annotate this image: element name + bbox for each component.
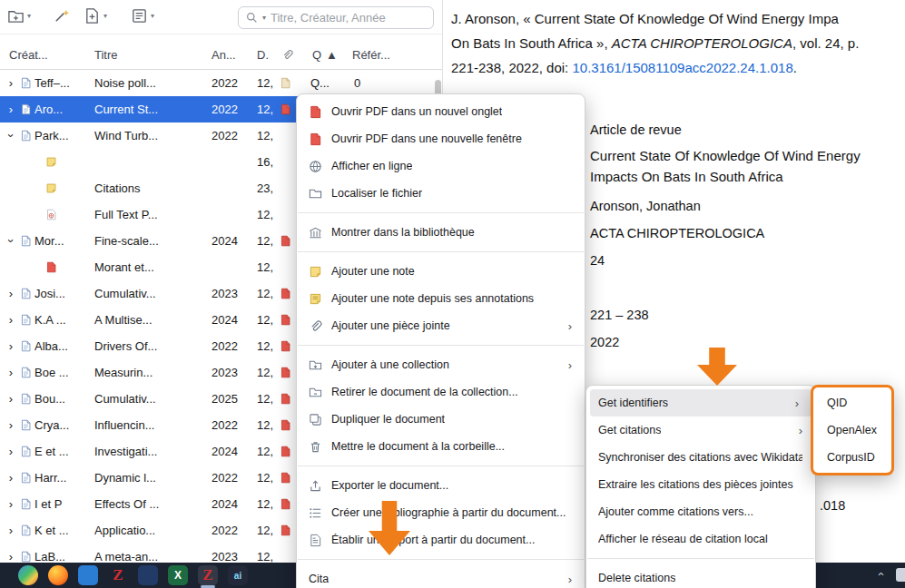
row-year: 2023 bbox=[211, 280, 252, 307]
row-qid: Q... bbox=[310, 70, 350, 96]
menu-item[interactable]: QID bbox=[813, 389, 891, 416]
menu-item[interactable]: Afficher le réseau de citation local bbox=[586, 525, 815, 553]
menu-item[interactable]: Montrer dans la bibliothèque bbox=[297, 219, 585, 246]
field-date[interactable]: 2022 bbox=[590, 335, 619, 349]
column-header-qid[interactable]: Q bbox=[312, 48, 321, 62]
taskbar-icon-firefox[interactable] bbox=[48, 565, 68, 585]
row-title: Citations bbox=[94, 175, 210, 201]
report-icon bbox=[309, 533, 323, 547]
column-header-year[interactable]: An... bbox=[211, 48, 236, 62]
menu-item[interactable]: Ouvrir PDF dans une nouvelle fenêtre bbox=[297, 125, 585, 152]
menu-item[interactable]: Cita› bbox=[297, 565, 585, 588]
menu-item[interactable]: Localiser le fichier bbox=[297, 180, 585, 207]
menu-item[interactable]: Ouvrir PDF dans un nouvel onglet bbox=[297, 98, 585, 125]
search-box[interactable]: ▾ bbox=[238, 6, 434, 29]
taskbar-icon-zotero-active[interactable]: Z bbox=[198, 565, 218, 585]
field-publication[interactable]: ACTA CHIROPTEROLOGICA bbox=[590, 226, 764, 240]
row-year: 2024 bbox=[211, 307, 252, 333]
menu-item[interactable]: Delete citations bbox=[586, 564, 815, 588]
taskbar-overflow-chevron-icon[interactable]: › bbox=[872, 572, 886, 575]
field-author[interactable]: Aronson, Jonathan bbox=[590, 199, 701, 213]
twisty-icon[interactable]: › bbox=[5, 307, 16, 333]
twisty-icon[interactable]: › bbox=[5, 70, 16, 96]
taskbar-icon-ai-app[interactable]: ai bbox=[228, 565, 248, 585]
row-year: 2022 bbox=[211, 333, 252, 359]
menu-item[interactable]: Get citations› bbox=[586, 416, 815, 444]
field-volume[interactable]: 24 bbox=[590, 253, 605, 268]
twisty-icon[interactable]: › bbox=[5, 96, 16, 122]
add-by-identifier-button[interactable] bbox=[53, 7, 70, 24]
menu-item[interactable]: Retirer le document de la collection... bbox=[297, 378, 585, 406]
menu-item-label: CorpusID bbox=[827, 451, 875, 464]
twisty-icon[interactable]: › bbox=[5, 412, 16, 438]
search-input[interactable] bbox=[271, 11, 426, 24]
menu-item[interactable]: Get identifiers› bbox=[590, 389, 812, 416]
new-collection-button[interactable]: ▾ bbox=[7, 7, 31, 24]
menu-item-label: Exporter le document... bbox=[331, 479, 448, 492]
twisty-icon[interactable]: › bbox=[5, 544, 16, 563]
field-pages[interactable]: 221 – 238 bbox=[590, 308, 649, 322]
twisty-icon[interactable]: › bbox=[5, 465, 16, 491]
citation-line-1: J. Aronson, « Current State Of Knowledge… bbox=[451, 11, 839, 26]
field-doi-partial[interactable]: .018 bbox=[820, 498, 845, 513]
field-title[interactable]: Current State Of Knowledge Of Wind Energ… bbox=[590, 145, 891, 187]
citation-line-3-end: . bbox=[793, 60, 797, 75]
row-title: Investigati... bbox=[94, 438, 210, 465]
doi-link[interactable]: 10.3161/15081109acc2022.24.1.018 bbox=[572, 60, 792, 75]
twisty-icon[interactable]: › bbox=[5, 491, 16, 517]
menu-item[interactable]: Ajouter une note bbox=[297, 258, 585, 285]
doc-icon bbox=[20, 471, 33, 485]
menu-item[interactable]: Ajouter une note depuis ses annotations bbox=[297, 285, 585, 312]
row-creator: Crya... bbox=[34, 412, 93, 438]
column-header-creator[interactable]: Créat... bbox=[9, 48, 48, 62]
table-header: Créat... Titre An... D. Q ▲ Référ... bbox=[0, 34, 442, 70]
table-row[interactable]: ›Teff–...Noise poll...202212,Q...0 bbox=[0, 70, 442, 96]
menu-item[interactable]: Exporter le document... bbox=[297, 472, 585, 499]
new-note-button[interactable]: ▾ bbox=[131, 7, 154, 24]
twisty-icon[interactable]: › bbox=[5, 333, 16, 359]
taskbar-icon-zotero[interactable]: Z bbox=[108, 565, 128, 585]
row-creator: Alba... bbox=[34, 333, 93, 359]
row-creator: Park... bbox=[34, 122, 93, 149]
menu-item[interactable]: Mettre le document à la corbeille... bbox=[297, 433, 585, 460]
twisty-icon[interactable]: › bbox=[5, 280, 16, 307]
twisty-icon[interactable]: › bbox=[5, 386, 16, 412]
column-header-date[interactable]: D. bbox=[257, 48, 269, 62]
menu-item[interactable]: Ajouter une pièce jointe› bbox=[297, 312, 585, 339]
twisty-icon[interactable]: › bbox=[5, 359, 16, 386]
menu-item[interactable]: Dupliquer le document bbox=[297, 406, 585, 433]
row-creator: LaB... bbox=[34, 544, 93, 563]
menu-item[interactable]: Ajouter comme citations vers... bbox=[586, 498, 815, 525]
row-creator: Teff–... bbox=[34, 70, 93, 96]
menu-item-label: Créer une bibliographie à partir du docu… bbox=[331, 506, 566, 519]
attachment-column-icon[interactable] bbox=[281, 48, 293, 64]
row-title: Wind Turb... bbox=[94, 122, 210, 149]
pdf-attachment-icon bbox=[280, 103, 292, 117]
row-date: 12, bbox=[257, 544, 280, 563]
menu-separator bbox=[587, 558, 814, 559]
menu-item[interactable]: Synchroniser des citations avec Wikidata bbox=[586, 444, 815, 471]
row-creator: Josi... bbox=[34, 280, 93, 307]
menu-item[interactable]: Extraire les citations des pièces jointe… bbox=[586, 471, 815, 498]
taskbar-icon-colorful-app[interactable] bbox=[18, 565, 38, 585]
row-title: Current St... bbox=[94, 96, 210, 122]
menu-item[interactable]: Créer une bibliographie à partir du docu… bbox=[297, 499, 585, 526]
new-item-button[interactable]: ▾ bbox=[84, 7, 107, 24]
taskbar-icon-excel[interactable]: X bbox=[168, 565, 188, 585]
menu-item[interactable]: OpenAlex bbox=[813, 416, 891, 444]
menu-item[interactable]: Ajouter à une collection› bbox=[297, 351, 585, 378]
taskbar-tray-icon[interactable] bbox=[896, 568, 905, 582]
menu-item-label: Get identifiers bbox=[598, 397, 668, 409]
taskbar-icon-blue-app[interactable] bbox=[78, 565, 98, 585]
column-header-references[interactable]: Référ... bbox=[352, 48, 390, 62]
taskbar-icon-navy-app[interactable] bbox=[138, 565, 158, 585]
menu-item[interactable]: Établir un rapport à partir du document.… bbox=[297, 526, 585, 554]
twisty-icon[interactable]: › bbox=[5, 438, 16, 465]
menu-item[interactable]: Afficher en ligne bbox=[297, 152, 585, 180]
doc-icon bbox=[20, 339, 33, 354]
row-date: 12, bbox=[257, 307, 280, 333]
column-header-title[interactable]: Titre bbox=[94, 48, 118, 62]
submenu-chevron-icon: › bbox=[561, 319, 572, 333]
menu-item[interactable]: CorpusID bbox=[813, 444, 891, 471]
twisty-icon[interactable]: › bbox=[5, 517, 16, 544]
